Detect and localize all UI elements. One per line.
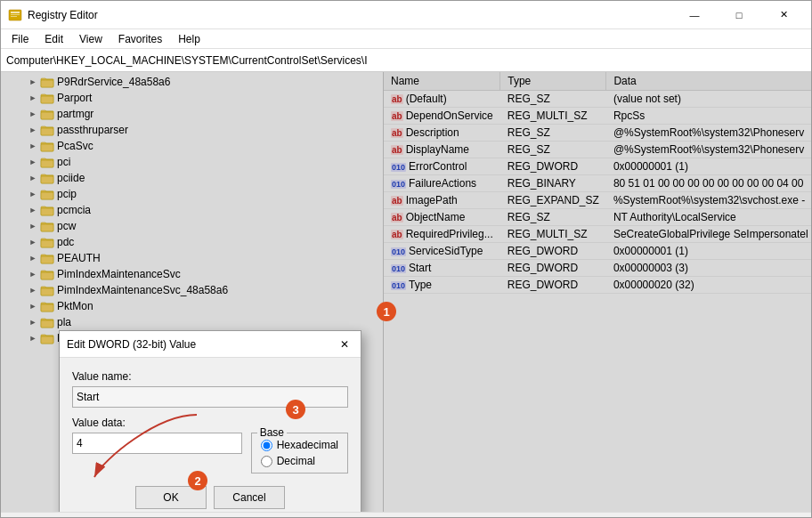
window-title: Registry Editor: [28, 9, 98, 21]
hexadecimal-label: Hexadecimal: [277, 439, 338, 451]
menu-bar: File Edit View Favorites Help: [1, 29, 811, 49]
app-icon: [8, 8, 22, 22]
hexadecimal-radio[interactable]: [261, 440, 272, 451]
maximize-button[interactable]: □: [719, 1, 759, 29]
dialog-title: Edit DWORD (32-bit) Value: [67, 338, 196, 351]
data-row: Base Hexadecimal Decimal: [72, 433, 348, 473]
svg-rect-3: [11, 16, 17, 17]
base-legend: Base: [257, 426, 287, 439]
hexadecimal-option[interactable]: Hexadecimal: [261, 439, 338, 451]
decimal-label: Decimal: [277, 455, 315, 467]
menu-edit[interactable]: Edit: [37, 31, 70, 47]
edit-dword-dialog: Edit DWORD (32-bit) Value ✕ Value name: …: [59, 330, 361, 512]
title-bar-left: Registry Editor: [8, 8, 98, 22]
registry-editor-window: Registry Editor — □ ✕ File Edit View Fav…: [0, 0, 812, 518]
dialog-close-button[interactable]: ✕: [336, 336, 353, 353]
base-group: Base Hexadecimal Decimal: [251, 433, 348, 473]
value-data-label: Value data:: [72, 417, 348, 429]
value-name-input[interactable]: [72, 386, 348, 408]
value-name-label: Value name:: [72, 370, 348, 383]
dialog-body: Value name: Value data: Base Hexadecimal…: [60, 358, 361, 512]
svg-rect-1: [11, 12, 20, 13]
dialog-title-bar: Edit DWORD (32-bit) Value ✕: [60, 331, 361, 358]
menu-favorites[interactable]: Favorites: [111, 31, 169, 47]
main-content: ► P9RdrService_48a58a6► Parport► partmgr…: [1, 72, 811, 512]
svg-rect-2: [11, 14, 20, 15]
close-button[interactable]: ✕: [763, 1, 804, 29]
ok-button[interactable]: OK: [135, 486, 207, 509]
address-path[interactable]: Computer\HKEY_LOCAL_MACHINE\SYSTEM\Curre…: [6, 54, 367, 67]
window-controls: — □ ✕: [674, 1, 804, 29]
bottom-bar: [1, 512, 811, 517]
value-data-input[interactable]: [72, 433, 242, 454]
menu-file[interactable]: File: [4, 31, 36, 47]
title-bar: Registry Editor — □ ✕: [1, 1, 811, 29]
address-bar: Computer\HKEY_LOCAL_MACHINE\SYSTEM\Curre…: [1, 49, 811, 72]
minimize-button[interactable]: —: [674, 1, 715, 29]
decimal-radio[interactable]: [261, 456, 272, 467]
cancel-button[interactable]: Cancel: [214, 486, 285, 509]
decimal-option[interactable]: Decimal: [261, 455, 338, 467]
dialog-buttons: OK Cancel: [72, 486, 348, 509]
menu-help[interactable]: Help: [171, 31, 207, 47]
menu-view[interactable]: View: [72, 31, 110, 47]
